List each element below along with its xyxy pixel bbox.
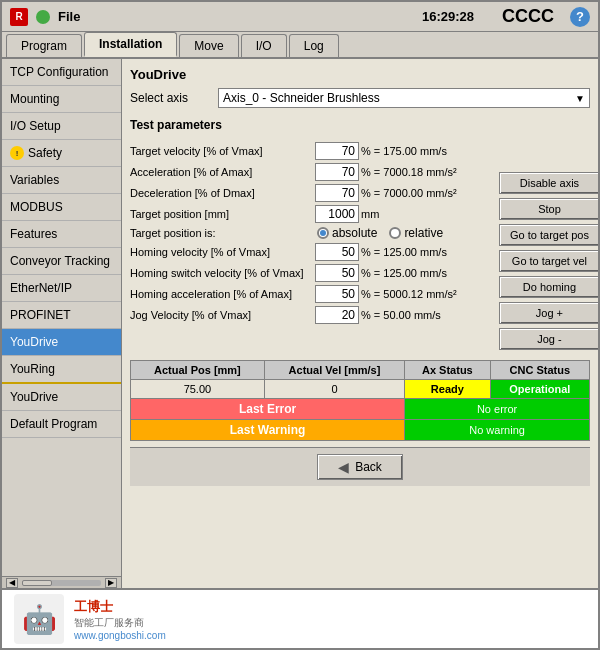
- test-params-title: Test parameters: [130, 118, 590, 132]
- brand-name: 工博士: [74, 598, 166, 616]
- scroll-thumb[interactable]: [22, 580, 52, 586]
- param-label-target-position-is: Target position is:: [130, 227, 315, 239]
- tab-installation[interactable]: Installation: [84, 32, 177, 57]
- cell-last-warning-value: No warning: [405, 420, 590, 441]
- param-label-acceleration: Acceleration [% of Amax]: [130, 166, 315, 178]
- params-area: Target velocity [% of Vmax] % = 175.00 m…: [130, 142, 590, 350]
- table-row-status: 75.00 0 Ready Operational: [131, 380, 590, 399]
- status-indicator: [36, 10, 50, 24]
- col-cnc-status: CNC Status: [490, 361, 589, 380]
- scroll-right-btn[interactable]: ▶: [105, 578, 117, 588]
- scroll-left-btn[interactable]: ◀: [6, 578, 18, 588]
- content-panel: YouDrive Select axis Axis_0 - Schneider …: [122, 59, 598, 588]
- disable-axis-button[interactable]: Disable axis: [499, 172, 598, 194]
- radio-circle-relative: [389, 227, 401, 239]
- param-row-target-velocity: Target velocity [% of Vmax] % = 175.00 m…: [130, 142, 491, 160]
- go-to-target-vel-button[interactable]: Go to target vel: [499, 250, 598, 272]
- param-row-target-position: Target position [mm] mm: [130, 205, 491, 223]
- safety-icon: !: [10, 146, 24, 160]
- cell-actual-vel: 0: [264, 380, 404, 399]
- clock: 16:29:28: [422, 9, 474, 24]
- sidebar-item-ethernet[interactable]: EtherNet/IP: [2, 275, 121, 302]
- tab-log[interactable]: Log: [289, 34, 339, 57]
- stop-button[interactable]: Stop: [499, 198, 598, 220]
- title-bar: R File 16:29:28 CCCC ?: [2, 2, 598, 32]
- param-input-target-velocity[interactable]: [315, 142, 359, 160]
- sidebar-item-youring[interactable]: YouRing: [2, 356, 121, 384]
- param-input-target-position[interactable]: [315, 205, 359, 223]
- param-unit-target-velocity: % = 175.00 mm/s: [361, 145, 491, 157]
- main-window: R File 16:29:28 CCCC ? Program Installat…: [0, 0, 600, 650]
- brand-text: 工博士 智能工厂服务商 www.gongboshi.com: [74, 598, 166, 641]
- sidebar-scroll: TCP Configuration Mounting I/O Setup ! S…: [2, 59, 121, 576]
- sidebar-item-iosetup[interactable]: I/O Setup: [2, 113, 121, 140]
- param-label-jog-velocity: Jog Velocity [% of Vmax]: [130, 309, 315, 321]
- back-row: ◀ Back: [130, 447, 590, 486]
- param-input-deceleration[interactable]: [315, 184, 359, 202]
- param-input-homing-switch-velocity[interactable]: [315, 264, 359, 282]
- status-table: Actual Pos [mm] Actual Vel [mm/s] Ax Sta…: [130, 360, 590, 441]
- param-unit-homing-acceleration: % = 5000.12 mm/s²: [361, 288, 491, 300]
- param-label-target-velocity: Target velocity [% of Vmax]: [130, 145, 315, 157]
- cell-last-error-label: Last Error: [131, 399, 405, 420]
- radio-label-absolute: absolute: [332, 226, 377, 240]
- select-axis-row: Select axis Axis_0 - Schneider Brushless…: [130, 88, 590, 108]
- back-label: Back: [355, 460, 382, 474]
- radio-label-relative: relative: [404, 226, 443, 240]
- do-homing-button[interactable]: Do homing: [499, 276, 598, 298]
- back-button[interactable]: ◀ Back: [317, 454, 403, 480]
- sidebar-item-youdrive[interactable]: YouDrive: [2, 329, 121, 356]
- chevron-down-icon: ▼: [575, 93, 585, 104]
- param-row-target-position-is: Target position is: absolute relative: [130, 226, 491, 240]
- file-menu[interactable]: File: [58, 9, 80, 24]
- param-input-homing-acceleration[interactable]: [315, 285, 359, 303]
- sidebar-scrollbar: ◀ ▶: [2, 576, 121, 588]
- table-row-last-error: Last Error No error: [131, 399, 590, 420]
- params-right-buttons: Disable axis Stop Go to target pos Go to…: [491, 142, 598, 350]
- sidebar-item-safety[interactable]: ! Safety: [2, 140, 121, 167]
- jog-minus-button[interactable]: Jog -: [499, 328, 598, 350]
- scroll-track: [22, 580, 101, 586]
- param-input-acceleration[interactable]: [315, 163, 359, 181]
- jog-plus-button[interactable]: Jog +: [499, 302, 598, 324]
- sidebar-item-youdrive2[interactable]: YouDrive: [2, 384, 121, 411]
- back-arrow-icon: ◀: [338, 459, 349, 475]
- sidebar-item-profinet[interactable]: PROFINET: [2, 302, 121, 329]
- go-to-target-pos-button[interactable]: Go to target pos: [499, 224, 598, 246]
- param-label-deceleration: Deceleration [% of Dmax]: [130, 187, 315, 199]
- param-input-jog-velocity[interactable]: [315, 306, 359, 324]
- table-row-last-warning: Last Warning No warning: [131, 420, 590, 441]
- param-row-homing-acceleration: Homing acceleration [% of Amax] % = 5000…: [130, 285, 491, 303]
- app-logo: R: [10, 8, 28, 26]
- sidebar-item-conveyor[interactable]: Conveyor Tracking: [2, 248, 121, 275]
- tab-io[interactable]: I/O: [241, 34, 287, 57]
- section-title: YouDrive: [130, 67, 590, 82]
- select-axis-dropdown[interactable]: Axis_0 - Schneider Brushless ▼: [218, 88, 590, 108]
- sidebar-item-features[interactable]: Features: [2, 221, 121, 248]
- help-button[interactable]: ?: [570, 7, 590, 27]
- tab-program[interactable]: Program: [6, 34, 82, 57]
- param-unit-jog-velocity: % = 50.00 mm/s: [361, 309, 491, 321]
- cell-ax-status: Ready: [405, 380, 490, 399]
- branding-bar: 🤖 工博士 智能工厂服务商 www.gongboshi.com: [2, 588, 598, 648]
- param-row-deceleration: Deceleration [% of Dmax] % = 7000.00 mm/…: [130, 184, 491, 202]
- cell-actual-pos: 75.00: [131, 380, 265, 399]
- tab-move[interactable]: Move: [179, 34, 238, 57]
- cell-last-warning-label: Last Warning: [131, 420, 405, 441]
- sidebar-item-tcp[interactable]: TCP Configuration: [2, 59, 121, 86]
- param-input-homing-velocity[interactable]: [315, 243, 359, 261]
- brand-logo: 🤖: [14, 594, 64, 644]
- sidebar-item-mounting[interactable]: Mounting: [2, 86, 121, 113]
- radio-relative[interactable]: relative: [389, 226, 443, 240]
- sidebar-item-default[interactable]: Default Program: [2, 411, 121, 438]
- radio-group-position-type: absolute relative: [317, 226, 443, 240]
- radio-circle-absolute: [317, 227, 329, 239]
- device-id: CCCC: [502, 6, 554, 27]
- radio-absolute[interactable]: absolute: [317, 226, 377, 240]
- sidebar-item-variables[interactable]: Variables: [2, 167, 121, 194]
- select-axis-value: Axis_0 - Schneider Brushless: [223, 91, 380, 105]
- cell-last-error-value: No error: [405, 399, 590, 420]
- param-label-homing-velocity: Homing velocity [% of Vmax]: [130, 246, 315, 258]
- col-ax-status: Ax Status: [405, 361, 490, 380]
- sidebar-item-modbus[interactable]: MODBUS: [2, 194, 121, 221]
